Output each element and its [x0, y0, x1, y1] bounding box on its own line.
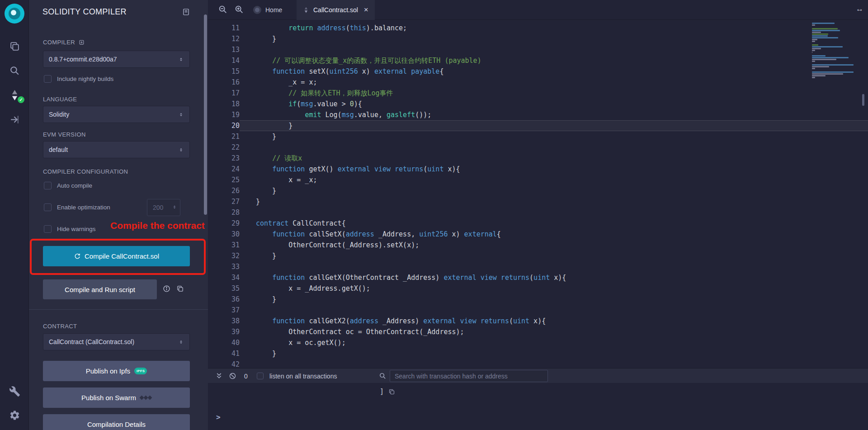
panel-title: SOLIDITY COMPILER [42, 7, 127, 17]
code-editor[interactable]: 11 return address(this).balance;12 }13 1… [208, 20, 868, 368]
evm-version-select[interactable]: default [43, 141, 190, 158]
close-icon[interactable]: × [364, 5, 368, 14]
code-line-37[interactable]: 37 [208, 305, 868, 316]
chevron-updown-icon [178, 147, 184, 153]
include-nightly-row: Include nightly builds [44, 75, 113, 83]
compiler-version-select[interactable]: 0.8.7+commit.e28d00a7 [43, 51, 190, 68]
copy-icon[interactable] [176, 285, 184, 294]
code-line-28[interactable]: 28 [208, 207, 868, 218]
code-line-18[interactable]: 18 if(msg.value > 0){ [208, 99, 868, 109]
compiler-config-label: COMPILER CONFIGURATION [43, 168, 128, 175]
code-line-23[interactable]: 23 // 读取x [208, 153, 868, 164]
solidity-file-icon [303, 7, 309, 13]
code-line-30[interactable]: 30 function callSetX(address _Address, u… [208, 229, 868, 240]
listen-all-checkbox[interactable] [257, 369, 264, 383]
code-line-29[interactable]: 29contract CallContract{ [208, 218, 868, 229]
code-line-41[interactable]: 41 } [208, 348, 868, 359]
code-line-33[interactable]: 33 [208, 261, 868, 272]
code-line-17[interactable]: 17 // 如果转入ETH，则释放Log事件 [208, 88, 868, 99]
info-icon[interactable] [163, 285, 170, 294]
code-line-14[interactable]: 14 // 可以调整状态变量_x的函数，并且可以往合约转ETH (payable… [208, 55, 868, 66]
swarm-icon [140, 396, 151, 399]
editor-scrollbar[interactable] [862, 94, 864, 106]
terminal-prompt[interactable]: > [216, 413, 221, 421]
plugin-wrench-icon[interactable] [0, 382, 29, 400]
code-line-11[interactable]: 11 return address(this).balance; [208, 23, 868, 33]
terminal-output-line: ] [380, 387, 395, 396]
compile-button[interactable]: Compile CallContract.sol [43, 246, 190, 266]
code-lines: 11 return address(this).balance;12 }13 1… [208, 20, 868, 368]
code-line-27[interactable]: 27} [208, 196, 868, 207]
docs-book-icon[interactable] [182, 8, 190, 18]
code-line-19[interactable]: 19 emit Log(msg.value, gasleft()); [208, 109, 868, 120]
file-explorer-icon[interactable] [0, 37, 29, 55]
hide-warnings-checkbox[interactable] [44, 225, 52, 233]
remix-logo[interactable] [5, 4, 24, 24]
tab-callcontract-sol[interactable]: CallContract.sol × [297, 0, 375, 20]
enable-optimization-checkbox[interactable] [44, 203, 52, 211]
activity-iconbar: ✓ [0, 0, 29, 430]
enable-optimization-label: Enable optimization [57, 204, 110, 211]
code-line-25[interactable]: 25 x = _x; [208, 175, 868, 185]
solidity-compiler-icon[interactable]: ✓ [0, 86, 29, 104]
code-line-38[interactable]: 38 function callGetX2(address _Address) … [208, 316, 868, 326]
code-line-35[interactable]: 35 x = _Address.getX(); [208, 283, 868, 294]
code-line-15[interactable]: 15 function setX(uint256 x) external pay… [208, 66, 868, 77]
code-line-40[interactable]: 40 x = oc.getX(); [208, 337, 868, 348]
language-select[interactable]: Solidity [43, 106, 190, 123]
remix-ide-window: ✓ SOLIDITY COMPILER COMPILER 0.8.7+commi… [0, 0, 868, 430]
search-icon[interactable] [0, 61, 29, 80]
tab-file-label: CallContract.sol [313, 6, 358, 14]
deploy-run-icon[interactable] [0, 110, 29, 128]
compile-success-check-icon: ✓ [18, 96, 24, 103]
code-line-26[interactable]: 26 } [208, 185, 868, 196]
hide-warnings-label: Hide warnings [57, 226, 96, 232]
chevron-updown-icon [178, 57, 184, 62]
code-line-20[interactable]: 20 } [208, 120, 868, 131]
include-nightly-checkbox[interactable] [44, 75, 52, 83]
code-line-22[interactable]: 22 [208, 142, 868, 153]
chevron-updown-icon [178, 112, 184, 118]
double-chevron-down-icon[interactable] [215, 369, 223, 383]
sidepanel-scrollbar[interactable] [204, 14, 207, 215]
ipfs-badge-icon: IPFS [134, 368, 147, 374]
main-area: Home CallContract.sol × ↔ 11 return addr… [208, 0, 868, 430]
code-line-32[interactable]: 32 } [208, 250, 868, 261]
remix-home-icon [253, 6, 261, 14]
compilation-details-button[interactable]: Compilation Details [43, 414, 190, 430]
settings-gear-icon[interactable] [0, 406, 29, 424]
code-line-39[interactable]: 39 OtherContract oc = OtherContract(_Add… [208, 326, 868, 337]
code-line-42[interactable]: 42 [208, 359, 868, 368]
editor-minimap[interactable] [812, 23, 855, 80]
compile-and-run-button[interactable]: Compile and Run script [43, 279, 157, 299]
code-line-36[interactable]: 36 } [208, 294, 868, 305]
transaction-search-input[interactable] [390, 370, 548, 382]
auto-compile-checkbox[interactable] [44, 182, 52, 189]
copy-icon[interactable] [388, 388, 395, 395]
tab-home[interactable]: Home [247, 0, 288, 20]
chevron-updown-icon[interactable] [172, 204, 177, 210]
enable-optimization-row: Enable optimization [44, 203, 110, 211]
code-line-13[interactable]: 13 [208, 44, 868, 55]
window-resize-icon[interactable]: ↔ [856, 5, 863, 14]
auto-compile-label: Auto compile [57, 182, 92, 189]
code-line-34[interactable]: 34 function callGetX(OtherContract _Addr… [208, 272, 868, 283]
evm-section-label: EVM VERSION [43, 131, 86, 138]
zoom-out-icon[interactable] [218, 5, 228, 16]
code-line-12[interactable]: 12 } [208, 33, 868, 44]
publish-swarm-button[interactable]: Publish on Swarm [43, 387, 190, 408]
code-line-31[interactable]: 31 OtherContract(_Address).setX(x); [208, 240, 868, 250]
terminal-output[interactable]: ] > [208, 383, 868, 430]
editor-tabbar: Home CallContract.sol × ↔ [208, 0, 868, 20]
search-icon[interactable] [379, 369, 387, 383]
publish-ipfs-button[interactable]: Publish on Ipfs IPFS [43, 361, 190, 381]
compiler-info-icon[interactable] [79, 39, 85, 45]
zoom-in-icon[interactable] [234, 5, 244, 16]
ban-icon[interactable] [229, 369, 236, 383]
terminal-toolbar: 0 listen on all transactions [208, 368, 868, 383]
code-line-21[interactable]: 21 } [208, 131, 868, 142]
code-line-24[interactable]: 24 function getX() external view returns… [208, 164, 868, 175]
code-line-16[interactable]: 16 _x = x; [208, 77, 868, 88]
contract-select[interactable]: CallContract (CallContract.sol) [43, 333, 190, 350]
refresh-icon [74, 253, 80, 260]
